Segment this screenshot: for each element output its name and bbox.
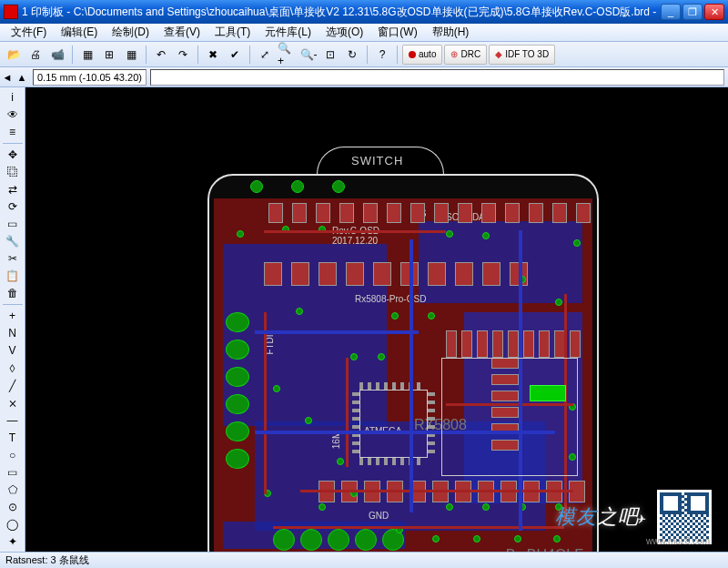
switch-label: SWITCH xyxy=(351,154,403,167)
silk-date: 2017.12.20 xyxy=(332,236,378,246)
wm-prefix: 模友 xyxy=(555,505,597,528)
show-tool[interactable]: 👁 xyxy=(3,106,23,123)
drc-label: DRC xyxy=(460,49,480,59)
zoom-out-button[interactable]: 🔍- xyxy=(298,45,318,65)
drc-icon: ⊕ xyxy=(450,49,458,59)
go-button[interactable]: ✔ xyxy=(225,45,245,65)
arrow-up-icon[interactable]: ▲ xyxy=(15,70,29,85)
menu-view[interactable]: 查看(V) xyxy=(157,24,207,41)
ratsnest-tool[interactable]: ✦ xyxy=(3,533,23,550)
group-tool[interactable]: ▭ xyxy=(3,216,23,232)
redraw-button[interactable]: ↻ xyxy=(342,45,362,65)
route-tool[interactable]: ╱ xyxy=(3,378,23,394)
watermark: 模友之吧✈ www.moz8.com xyxy=(555,490,712,544)
sep xyxy=(197,46,198,64)
menu-draw[interactable]: 绘制(D) xyxy=(105,24,157,41)
add-tool[interactable]: + xyxy=(3,308,23,324)
menu-window[interactable]: 窗口(W) xyxy=(370,24,424,41)
menubar: 文件(F) 编辑(E) 绘制(D) 查看(V) 工具(T) 元件库(L) 选项(… xyxy=(0,24,728,42)
menu-help[interactable]: 帮助(H) xyxy=(425,24,477,41)
print-button[interactable]: 🖨 xyxy=(25,45,46,65)
sep xyxy=(3,143,23,144)
sep xyxy=(3,304,23,305)
zoom-in-button[interactable]: 🔍+ xyxy=(277,45,297,65)
text-tool[interactable]: T xyxy=(3,430,23,446)
schematic-button[interactable]: ⊞ xyxy=(99,45,119,65)
dot-icon xyxy=(409,51,416,58)
hole-tool[interactable]: ◯ xyxy=(3,516,23,532)
smash-tool[interactable]: ◊ xyxy=(3,360,23,376)
ic-atmega xyxy=(359,390,428,458)
name-tool[interactable]: N xyxy=(3,325,23,341)
delete-tool[interactable]: 🗑 xyxy=(3,285,23,301)
idf-button[interactable]: ◆IDF TO 3D xyxy=(489,45,555,65)
watermark-url: www.moz8.com xyxy=(646,536,710,546)
move-tool[interactable]: ✥ xyxy=(3,147,23,163)
ripup-tool[interactable]: ⨯ xyxy=(3,395,23,411)
value-tool[interactable]: V xyxy=(3,342,23,359)
finder-button[interactable]: ? xyxy=(372,45,392,65)
sep xyxy=(146,46,147,64)
open-button[interactable]: 📂 xyxy=(4,45,24,65)
cancel-button[interactable]: ✖ xyxy=(203,45,223,65)
change-tool[interactable]: 🔧 xyxy=(3,233,23,249)
plane-icon: ✈ xyxy=(635,512,646,526)
idf-label: IDF TO 3D xyxy=(505,49,549,59)
silk-gnd: GND xyxy=(369,511,389,521)
coord-bar: ◄ ▲ 0.15 mm (-10.05 43.20) xyxy=(0,67,728,87)
wire-tool[interactable]: — xyxy=(3,412,23,429)
canvas[interactable]: SWITCH Rev.C-OSD 2017.12.20 Rx5808-Pro-O… xyxy=(25,87,728,552)
menu-file[interactable]: 文件(F) xyxy=(4,24,54,41)
main-toolbar: 📂 🖨 📹 ▦ ⊞ ▦ ↶ ↷ ✖ ✔ ⤢ 🔍+ 🔍- ⊡ ↻ ? auto ⊕… xyxy=(0,42,728,67)
maximize-button[interactable]: ❐ xyxy=(682,4,703,20)
via-tool[interactable]: ⊙ xyxy=(3,499,23,515)
pcb-board: SWITCH Rev.C-OSD 2017.12.20 Rx5808-Pro-O… xyxy=(207,174,599,552)
menu-options[interactable]: 选项(O) xyxy=(318,24,370,41)
idf-icon: ◆ xyxy=(495,49,502,59)
left-toolbar: i 👁 ≡ ✥ ⿻ ⇄ ⟳ ▭ 🔧 ✂ 📋 🗑 + N V ◊ ╱ ⨯ — T … xyxy=(0,87,25,552)
board-outline: Rev.C-OSD 2017.12.20 Rx5808-Pro-OSD SCL/… xyxy=(207,174,599,552)
cam-button[interactable]: 📹 xyxy=(47,45,67,65)
board-button[interactable]: ▦ xyxy=(77,45,97,65)
statusbar: Ratsnest: 3 条鼠线 xyxy=(0,552,728,568)
rect-tool[interactable]: ▭ xyxy=(3,464,23,481)
redo-button[interactable]: ↷ xyxy=(173,45,193,65)
cut-tool[interactable]: ✂ xyxy=(3,250,23,267)
zoom-select-button[interactable]: ⊡ xyxy=(320,45,340,65)
rotate-tool[interactable]: ⟳ xyxy=(3,198,23,215)
layers-tool[interactable]: ≡ xyxy=(3,124,23,140)
command-input[interactable] xyxy=(150,69,724,86)
poly-tool[interactable]: ⬠ xyxy=(3,482,23,498)
coord-display[interactable]: 0.15 mm (-10.05 43.20) xyxy=(33,69,147,86)
close-button[interactable]: ✕ xyxy=(704,4,724,20)
menu-library[interactable]: 元件库(L) xyxy=(258,24,318,41)
wm-suffix: 之吧 xyxy=(597,505,639,528)
status-text: Ratsnest: 3 条鼠线 xyxy=(5,553,89,567)
minimize-button[interactable]: _ xyxy=(661,4,681,20)
mirror-tool[interactable]: ⇄ xyxy=(3,181,23,198)
menu-tools[interactable]: 工具(T) xyxy=(207,24,258,41)
titlebar: 1 印制板 - C:\Documents and Settings\zhouca… xyxy=(0,0,728,24)
watermark-logo: 模友之吧✈ xyxy=(555,503,646,531)
autorouter-label: auto xyxy=(419,49,436,59)
arrow-left-icon[interactable]: ◄ xyxy=(0,70,15,85)
sep xyxy=(367,46,368,64)
workarea: i 👁 ≡ ✥ ⿻ ⇄ ⟳ ▭ 🔧 ✂ 📋 🗑 + N V ◊ ╱ ⨯ — T … xyxy=(0,87,728,552)
zoom-fit-button[interactable]: ⤢ xyxy=(255,45,275,65)
grid-button[interactable]: ▦ xyxy=(121,45,141,65)
circle-tool[interactable]: ○ xyxy=(3,447,23,463)
copy-tool[interactable]: ⿻ xyxy=(3,164,23,180)
drc-button[interactable]: ⊕DRC xyxy=(444,45,487,65)
menu-edit[interactable]: 编辑(E) xyxy=(54,24,105,41)
undo-button[interactable]: ↶ xyxy=(151,45,171,65)
info-tool[interactable]: i xyxy=(3,89,23,106)
paste-tool[interactable]: 📋 xyxy=(3,268,23,284)
window-title: 1 印制板 - C:\Documents and Settings\zhouca… xyxy=(22,5,659,20)
silk-name: Rx5808-Pro-OSD xyxy=(355,294,426,304)
sep xyxy=(72,46,73,64)
app-icon xyxy=(4,5,18,19)
sep xyxy=(249,46,250,64)
sep xyxy=(397,46,398,64)
autorouter-button[interactable]: auto xyxy=(402,45,442,65)
